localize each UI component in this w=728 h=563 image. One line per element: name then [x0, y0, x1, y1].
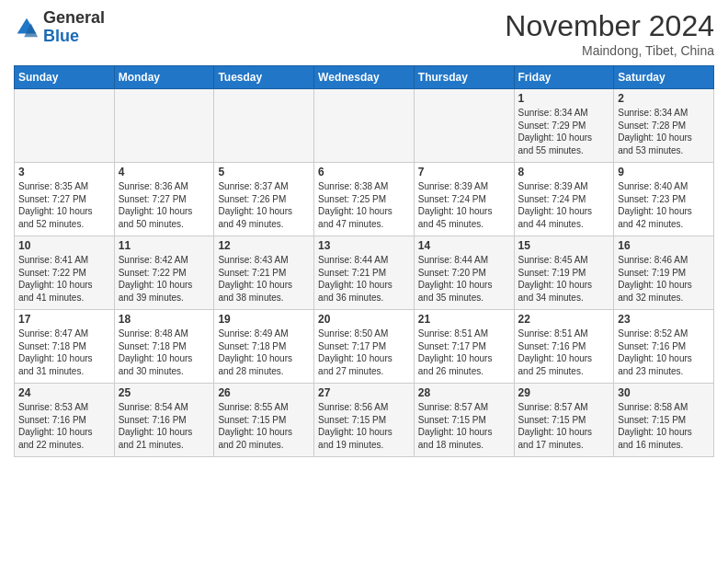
day-info: Sunrise: 8:57 AM Sunset: 7:15 PM Dayligh…: [518, 401, 610, 451]
day-number: 16: [618, 239, 710, 252]
calendar-cell: 21Sunrise: 8:51 AM Sunset: 7:17 PM Dayli…: [414, 310, 514, 384]
day-number: 2: [618, 92, 710, 105]
day-info: Sunrise: 8:37 AM Sunset: 7:26 PM Dayligh…: [218, 180, 310, 230]
calendar-cell: 22Sunrise: 8:51 AM Sunset: 7:16 PM Dayli…: [514, 310, 614, 384]
day-info: Sunrise: 8:57 AM Sunset: 7:15 PM Dayligh…: [418, 401, 510, 451]
calendar-cell: [15, 89, 115, 163]
day-number: 29: [518, 386, 610, 399]
calendar-cell: 26Sunrise: 8:55 AM Sunset: 7:15 PM Dayli…: [214, 384, 314, 457]
calendar-cell: 15Sunrise: 8:45 AM Sunset: 7:19 PM Dayli…: [514, 236, 614, 310]
day-number: 13: [318, 239, 410, 252]
day-info: Sunrise: 8:55 AM Sunset: 7:15 PM Dayligh…: [218, 401, 310, 451]
day-info: Sunrise: 8:48 AM Sunset: 7:18 PM Dayligh…: [119, 327, 210, 377]
day-number: 10: [18, 239, 110, 252]
day-number: 7: [418, 166, 510, 178]
calendar-cell: 20Sunrise: 8:50 AM Sunset: 7:17 PM Dayli…: [314, 310, 415, 384]
calendar-cell: 28Sunrise: 8:57 AM Sunset: 7:15 PM Dayli…: [414, 384, 514, 457]
day-number: 14: [418, 239, 510, 252]
calendar-cell: 19Sunrise: 8:49 AM Sunset: 7:18 PM Dayli…: [214, 310, 314, 384]
day-number: 8: [518, 166, 610, 178]
calendar-week-row: 1Sunrise: 8:34 AM Sunset: 7:29 PM Daylig…: [15, 89, 714, 163]
title-block: November 2024 Maindong, Tibet, China: [505, 9, 714, 58]
day-info: Sunrise: 8:56 AM Sunset: 7:15 PM Dayligh…: [318, 401, 410, 451]
day-info: Sunrise: 8:51 AM Sunset: 7:17 PM Dayligh…: [418, 327, 510, 377]
day-number: 22: [518, 313, 610, 326]
weekday-header: Friday: [514, 66, 614, 89]
calendar-cell: [414, 89, 514, 163]
calendar-cell: [114, 89, 214, 163]
calendar-cell: 12Sunrise: 8:43 AM Sunset: 7:21 PM Dayli…: [214, 236, 314, 310]
calendar-cell: 30Sunrise: 8:58 AM Sunset: 7:15 PM Dayli…: [614, 384, 714, 457]
day-info: Sunrise: 8:58 AM Sunset: 7:15 PM Dayligh…: [618, 401, 710, 451]
day-info: Sunrise: 8:51 AM Sunset: 7:16 PM Dayligh…: [518, 327, 610, 377]
day-info: Sunrise: 8:44 AM Sunset: 7:21 PM Dayligh…: [318, 254, 410, 304]
calendar-cell: 24Sunrise: 8:53 AM Sunset: 7:16 PM Dayli…: [15, 384, 115, 457]
calendar-cell: 9Sunrise: 8:40 AM Sunset: 7:23 PM Daylig…: [614, 163, 714, 236]
weekday-header: Saturday: [614, 66, 714, 89]
weekday-header: Sunday: [15, 66, 115, 89]
day-number: 26: [218, 386, 310, 399]
day-info: Sunrise: 8:39 AM Sunset: 7:24 PM Dayligh…: [418, 180, 510, 230]
day-number: 15: [518, 239, 610, 252]
day-number: 30: [618, 386, 710, 399]
day-number: 23: [618, 313, 710, 326]
day-number: 12: [218, 239, 310, 252]
calendar-cell: 23Sunrise: 8:52 AM Sunset: 7:16 PM Dayli…: [614, 310, 714, 384]
day-number: 21: [418, 313, 510, 326]
day-number: 5: [218, 166, 310, 178]
calendar-cell: 16Sunrise: 8:46 AM Sunset: 7:19 PM Dayli…: [614, 236, 714, 310]
weekday-header: Tuesday: [214, 66, 314, 89]
calendar-table: SundayMondayTuesdayWednesdayThursdayFrid…: [14, 65, 714, 457]
day-info: Sunrise: 8:34 AM Sunset: 7:28 PM Dayligh…: [618, 107, 710, 156]
logo-blue-text: Blue: [43, 27, 79, 45]
calendar-cell: 8Sunrise: 8:39 AM Sunset: 7:24 PM Daylig…: [514, 163, 614, 236]
day-number: 19: [218, 313, 310, 326]
logo-icon: [14, 15, 40, 40]
day-number: 20: [318, 313, 410, 326]
day-info: Sunrise: 8:34 AM Sunset: 7:29 PM Dayligh…: [518, 107, 610, 156]
weekday-header: Wednesday: [314, 66, 415, 89]
day-number: 17: [18, 313, 110, 326]
day-info: Sunrise: 8:49 AM Sunset: 7:18 PM Dayligh…: [218, 327, 310, 377]
day-number: 6: [318, 166, 410, 178]
day-info: Sunrise: 8:38 AM Sunset: 7:25 PM Dayligh…: [318, 180, 410, 230]
day-number: 9: [618, 166, 710, 178]
day-number: 1: [518, 92, 610, 105]
calendar-cell: 6Sunrise: 8:38 AM Sunset: 7:25 PM Daylig…: [314, 163, 415, 236]
calendar-cell: 10Sunrise: 8:41 AM Sunset: 7:22 PM Dayli…: [15, 236, 115, 310]
day-info: Sunrise: 8:42 AM Sunset: 7:22 PM Dayligh…: [119, 254, 210, 304]
month-title: November 2024: [505, 9, 714, 43]
location-text: Maindong, Tibet, China: [505, 43, 714, 58]
logo-general-text: General: [43, 8, 105, 27]
day-info: Sunrise: 8:35 AM Sunset: 7:27 PM Dayligh…: [18, 180, 110, 230]
calendar-cell: 11Sunrise: 8:42 AM Sunset: 7:22 PM Dayli…: [114, 236, 214, 310]
calendar-cell: 25Sunrise: 8:54 AM Sunset: 7:16 PM Dayli…: [114, 384, 214, 457]
day-number: 4: [119, 166, 210, 178]
day-number: 11: [119, 239, 210, 252]
day-info: Sunrise: 8:52 AM Sunset: 7:16 PM Dayligh…: [618, 327, 710, 377]
day-info: Sunrise: 8:50 AM Sunset: 7:17 PM Dayligh…: [318, 327, 410, 377]
day-number: 25: [119, 386, 210, 399]
calendar-week-row: 10Sunrise: 8:41 AM Sunset: 7:22 PM Dayli…: [15, 236, 714, 310]
calendar-week-row: 17Sunrise: 8:47 AM Sunset: 7:18 PM Dayli…: [15, 310, 714, 384]
day-info: Sunrise: 8:41 AM Sunset: 7:22 PM Dayligh…: [18, 254, 110, 304]
calendar-cell: 2Sunrise: 8:34 AM Sunset: 7:28 PM Daylig…: [614, 89, 714, 163]
page-header: General Blue November 2024 Maindong, Tib…: [14, 9, 714, 58]
calendar-cell: 18Sunrise: 8:48 AM Sunset: 7:18 PM Dayli…: [114, 310, 214, 384]
day-info: Sunrise: 8:44 AM Sunset: 7:20 PM Dayligh…: [418, 254, 510, 304]
calendar-cell: 4Sunrise: 8:36 AM Sunset: 7:27 PM Daylig…: [114, 163, 214, 236]
calendar-cell: 3Sunrise: 8:35 AM Sunset: 7:27 PM Daylig…: [15, 163, 115, 236]
calendar-cell: 27Sunrise: 8:56 AM Sunset: 7:15 PM Dayli…: [314, 384, 415, 457]
calendar-cell: 17Sunrise: 8:47 AM Sunset: 7:18 PM Dayli…: [15, 310, 115, 384]
logo: General Blue: [14, 9, 105, 46]
day-info: Sunrise: 8:40 AM Sunset: 7:23 PM Dayligh…: [618, 180, 710, 230]
calendar-cell: 1Sunrise: 8:34 AM Sunset: 7:29 PM Daylig…: [514, 89, 614, 163]
day-number: 27: [318, 386, 410, 399]
calendar-cell: 7Sunrise: 8:39 AM Sunset: 7:24 PM Daylig…: [414, 163, 514, 236]
weekday-header: Monday: [114, 66, 214, 89]
day-number: 3: [18, 166, 110, 178]
day-info: Sunrise: 8:46 AM Sunset: 7:19 PM Dayligh…: [618, 254, 710, 304]
calendar-week-row: 3Sunrise: 8:35 AM Sunset: 7:27 PM Daylig…: [15, 163, 714, 236]
calendar-cell: 29Sunrise: 8:57 AM Sunset: 7:15 PM Dayli…: [514, 384, 614, 457]
calendar-week-row: 24Sunrise: 8:53 AM Sunset: 7:16 PM Dayli…: [15, 384, 714, 457]
